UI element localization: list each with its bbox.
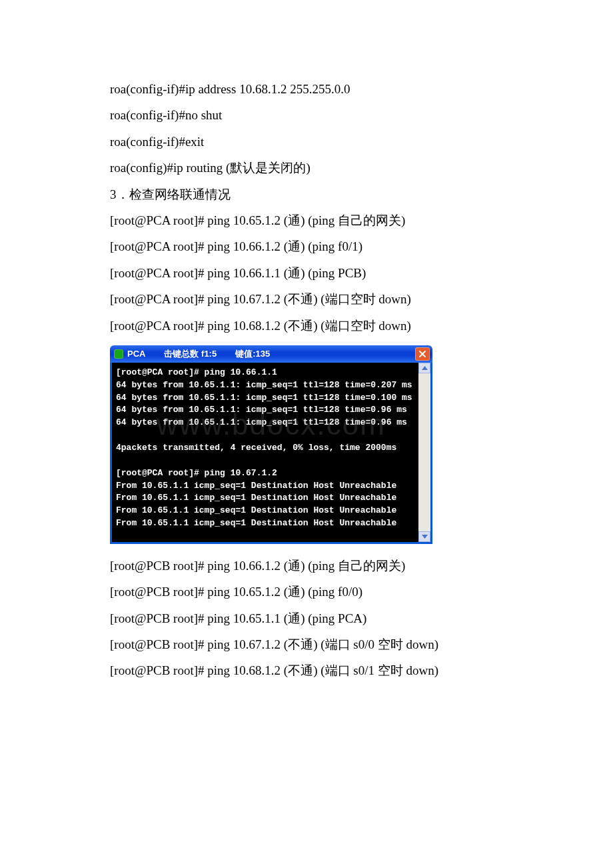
chevron-down-icon [422, 535, 428, 539]
doc-line: [root@PCB root]# ping 10.67.1.2 (不通) (端口… [110, 635, 503, 655]
window-title-keys: 击键总数 f1:5 [164, 348, 217, 360]
term-line: From 10.65.1.1 icmp_seq=1 Destination Ho… [116, 493, 396, 503]
doc-line: roa(config-if)#ip address 10.68.1.2 255.… [110, 79, 503, 99]
window-titlebar[interactable]: PCA 击键总数 f1:5 键值:135 [110, 345, 432, 363]
scroll-down-button[interactable] [418, 531, 430, 542]
doc-line: roa(config-if)#exit [110, 132, 503, 152]
close-button[interactable] [415, 347, 430, 361]
term-line: From 10.65.1.1 icmp_seq=1 Destination Ho… [116, 505, 396, 515]
doc-line: [root@PCB root]# ping 10.66.1.2 (通) (pin… [110, 556, 503, 576]
terminal-window: PCA 击键总数 f1:5 键值:135 [root@PCA root]# pi… [110, 345, 432, 544]
term-line: From 10.65.1.1 icmp_seq=1 Destination Ho… [116, 518, 396, 528]
chevron-up-icon [422, 366, 428, 370]
scrollbar[interactable] [418, 363, 430, 542]
terminal-output[interactable]: [root@PCA root]# ping 10.66.1.1 64 bytes… [112, 363, 418, 542]
text-block-after: [root@PCB root]# ping 10.66.1.2 (通) (pin… [110, 556, 503, 681]
term-line: [root@PCA root]# ping 10.66.1.1 [116, 367, 277, 377]
window-title-value: 键值:135 [235, 348, 270, 360]
term-line: 4packets transmitted, 4 received, 0% los… [116, 443, 396, 453]
doc-line: 3．检查网络联通情况 [110, 185, 503, 205]
close-icon [418, 350, 426, 358]
document-page: roa(config-if)#ip address 10.68.1.2 255.… [0, 0, 613, 727]
term-line: 64 bytes from 10.65.1.1: icmp_seq=1 ttl=… [116, 417, 407, 427]
doc-line: [root@PCA root]# ping 10.67.1.2 (不通) (端口… [110, 289, 503, 309]
doc-line: [root@PCB root]# ping 10.68.1.2 (不通) (端口… [110, 661, 503, 681]
doc-line: roa(config)#ip routing (默认是关闭的) [110, 158, 503, 178]
doc-line: roa(config-if)#no shut [110, 105, 503, 125]
doc-line: [root@PCB root]# ping 10.65.1.2 (通) (pin… [110, 582, 503, 602]
window-title-app: PCA [127, 349, 145, 359]
doc-line: [root@PCA root]# ping 10.66.1.1 (通) (pin… [110, 263, 503, 283]
scroll-up-button[interactable] [418, 363, 430, 373]
term-line: [root@PCA root]# ping 10.67.1.2 [116, 468, 277, 478]
term-line: 64 bytes from 10.65.1.1: icmp_seq=1 ttl=… [116, 405, 407, 415]
text-block-before: roa(config-if)#ip address 10.68.1.2 255.… [110, 79, 503, 336]
term-line: From 10.65.1.1 icmp_seq=1 Destination Ho… [116, 481, 396, 491]
doc-line: [root@PCA root]# ping 10.65.1.2 (通) (pin… [110, 211, 503, 231]
term-line: 64 bytes from 10.65.1.1: icmp_seq=1 ttl=… [116, 380, 412, 390]
term-line: 64 bytes from 10.65.1.1: icmp_seq=1 ttl=… [116, 393, 412, 403]
doc-line: [root@PCA root]# ping 10.66.1.2 (通) (pin… [110, 237, 503, 257]
terminal-body-wrap: [root@PCA root]# ping 10.66.1.1 64 bytes… [110, 363, 432, 544]
doc-line: [root@PCA root]# ping 10.68.1.2 (不通) (端口… [110, 316, 503, 336]
doc-line: [root@PCB root]# ping 10.65.1.1 (通) (pin… [110, 609, 503, 629]
app-icon [114, 349, 123, 359]
